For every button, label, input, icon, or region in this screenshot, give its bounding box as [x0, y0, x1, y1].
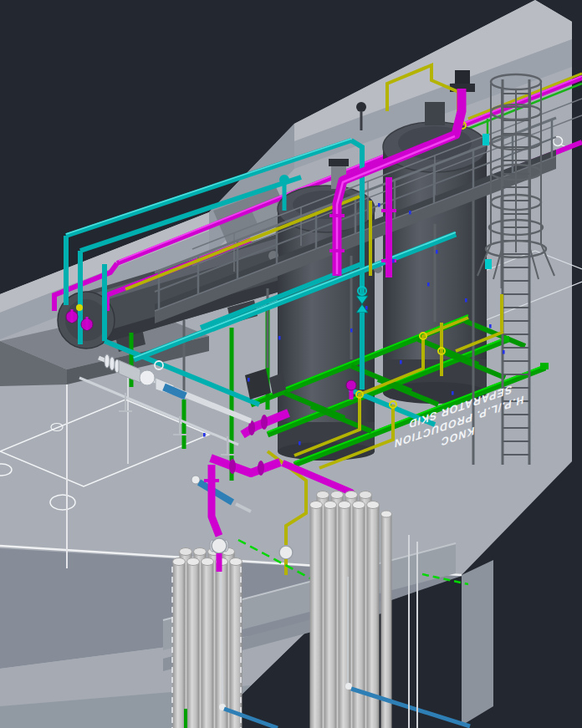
white-valve: [212, 538, 227, 553]
control-valve: [279, 546, 293, 559]
model-scene[interactable]: KNOC H.P./L.P. PRODUCTION SEPARATOR SKID: [0, 0, 582, 728]
riser-bundle-left: [172, 548, 242, 728]
launcher-valve: [140, 370, 155, 385]
cad-3d-viewport[interactable]: KNOC H.P./L.P. PRODUCTION SEPARATOR SKID: [0, 0, 582, 728]
